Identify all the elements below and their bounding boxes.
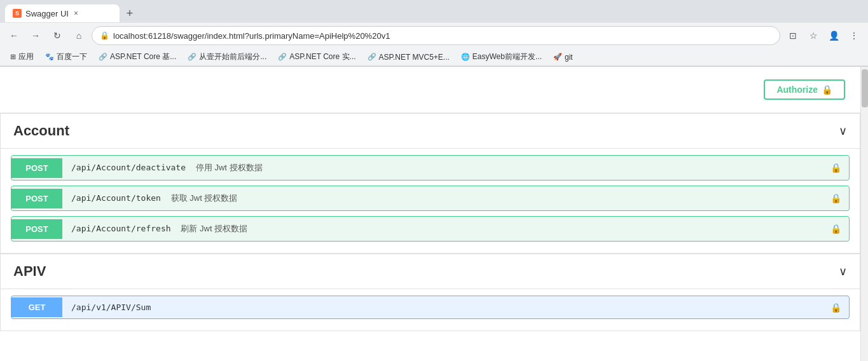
swagger-content: Authorize 🔒 Account ∨ POST /api/Account/…	[0, 67, 860, 331]
api-desc-account-0: 停用 Jwt 授权数据	[196, 163, 263, 172]
bookmark-label-6: EasyWeb前端开发...	[472, 51, 542, 62]
address-lock-icon: 🔒	[100, 31, 109, 40]
bookmark-icon-0: ⊞	[10, 53, 16, 61]
bookmark-label-3: 从壹开始前后端分...	[199, 51, 266, 62]
api-row-account-1[interactable]: POST /api/Account/token 获取 Jwt 授权数据 🔒	[11, 186, 850, 211]
cast-icon[interactable]: ⊡	[784, 27, 802, 44]
api-row-account-0[interactable]: POST /api/Account/deactivate 停用 Jwt 授权数据…	[11, 155, 850, 180]
section-apiv: APIV ∨ GET /api/v1/APIV/Sum 🔒	[0, 254, 860, 331]
bookmark-icon-6: 🌐	[461, 53, 470, 61]
section-chevron-apiv: ∨	[839, 264, 847, 278]
bookmark-icon[interactable]: ☆	[804, 27, 822, 44]
api-path-account-0: /api/Account/deactivate 停用 Jwt 授权数据	[62, 156, 830, 180]
authorize-label: Authorize	[776, 85, 818, 95]
main-content: Authorize 🔒 Account ∨ POST /api/Account/…	[0, 67, 860, 361]
api-lock-account-1: 🔒	[830, 193, 841, 203]
tab-close-button[interactable]: ×	[74, 9, 78, 18]
section-chevron-account: ∨	[839, 124, 847, 138]
bookmark-icon-7: 🚀	[553, 53, 562, 61]
api-desc-account-1: 获取 Jwt 授权数据	[171, 193, 238, 203]
browser-chrome: S Swagger UI × + ← → ↻ ⌂ 🔒 localhost:612…	[0, 0, 868, 67]
api-lock-apiv-0: 🔒	[830, 303, 841, 313]
bookmark-item-2[interactable]: 🔗ASP.NET Core 基...	[93, 50, 181, 64]
back-button[interactable]: ←	[5, 27, 23, 44]
refresh-button[interactable]: ↻	[48, 27, 66, 44]
bookmark-label-7: git	[565, 53, 573, 62]
api-path-apiv-0: /api/v1/APIV/Sum	[62, 296, 830, 318]
tab-title: Swagger UI	[25, 9, 69, 18]
bookmark-icon-1: 🐾	[45, 53, 54, 61]
menu-icon[interactable]: ⋮	[845, 27, 863, 44]
bookmark-label-4: ASP.NET Core 实...	[289, 51, 355, 62]
api-path-account-1: /api/Account/token 获取 Jwt 授权数据	[62, 186, 830, 210]
bookmark-label-0: 应用	[18, 51, 34, 62]
section-body-account: POST /api/Account/deactivate 停用 Jwt 授权数据…	[1, 149, 860, 253]
bookmark-label-2: ASP.NET Core 基...	[110, 51, 176, 62]
authorize-button[interactable]: Authorize 🔒	[764, 79, 845, 100]
api-row-apiv-0[interactable]: GET /api/v1/APIV/Sum 🔒	[11, 296, 850, 319]
bookmark-icon-4: 🔗	[278, 53, 287, 61]
toolbar-icons: ⊡ ☆ 👤 ⋮	[784, 27, 863, 44]
address-bar-row: ← → ↻ ⌂ 🔒 localhost:61218/swagger/index.…	[0, 23, 868, 48]
tab-bar: S Swagger UI × +	[0, 0, 868, 23]
swagger-header: Authorize 🔒	[0, 67, 860, 113]
bookmark-label-1: 百度一下	[57, 51, 87, 62]
profile-icon[interactable]: 👤	[825, 27, 843, 44]
address-text: localhost:61218/swagger/index.html?urls.…	[113, 31, 772, 41]
bookmark-item-6[interactable]: 🌐EasyWeb前端开发...	[456, 50, 547, 64]
section-header-apiv[interactable]: APIV ∨	[1, 254, 860, 289]
forward-button[interactable]: →	[27, 27, 45, 44]
page-wrapper: Authorize 🔒 Account ∨ POST /api/Account/…	[0, 67, 868, 361]
section-account: Account ∨ POST /api/Account/deactivate 停…	[0, 113, 860, 254]
method-badge-account-1: POST	[11, 189, 62, 208]
method-badge-account-0: POST	[11, 158, 62, 178]
scrollbar-thumb[interactable]	[862, 69, 868, 107]
bookmark-item-0[interactable]: ⊞应用	[5, 50, 39, 64]
sections-container: Account ∨ POST /api/Account/deactivate 停…	[0, 113, 860, 331]
bookmark-icon-3: 🔗	[188, 53, 196, 61]
section-title-account: Account	[13, 123, 69, 139]
bookmark-item-4[interactable]: 🔗ASP.NET Core 实...	[273, 50, 361, 64]
api-row-account-2[interactable]: POST /api/Account/refresh 刷新 Jwt 授权数据 🔒	[11, 216, 850, 242]
method-badge-apiv-0: GET	[11, 297, 62, 317]
bookmark-item-3[interactable]: 🔗从壹开始前后端分...	[183, 50, 272, 64]
bookmark-icon-2: 🔗	[99, 53, 107, 61]
home-button[interactable]: ⌂	[70, 27, 88, 44]
api-path-account-2: /api/Account/refresh 刷新 Jwt 授权数据	[62, 217, 830, 241]
active-tab[interactable]: S Swagger UI ×	[5, 4, 120, 22]
bookmark-label-5: ASP.NET MVC5+E...	[379, 53, 450, 62]
api-lock-account-0: 🔒	[830, 163, 841, 173]
section-title-apiv: APIV	[13, 263, 46, 280]
section-body-apiv: GET /api/v1/APIV/Sum 🔒	[1, 289, 860, 330]
scrollbar-track[interactable]	[860, 67, 868, 361]
bookmark-item-7[interactable]: 🚀git	[548, 51, 578, 63]
address-field[interactable]: 🔒 localhost:61218/swagger/index.html?url…	[92, 26, 780, 45]
authorize-lock-icon: 🔒	[822, 85, 832, 95]
bookmark-item-5[interactable]: 🔗ASP.NET MVC5+E...	[362, 51, 455, 63]
new-tab-button[interactable]: +	[122, 6, 137, 21]
method-badge-account-2: POST	[11, 219, 62, 239]
tab-favicon: S	[13, 9, 22, 18]
bookmark-item-1[interactable]: 🐾百度一下	[40, 50, 92, 64]
section-header-account[interactable]: Account ∨	[1, 114, 860, 149]
bookmarks-bar: ⊞应用🐾百度一下🔗ASP.NET Core 基...🔗从壹开始前后端分...🔗A…	[0, 48, 868, 66]
bookmark-icon-5: 🔗	[368, 53, 376, 61]
api-desc-account-2: 刷新 Jwt 授权数据	[181, 224, 247, 233]
api-lock-account-2: 🔒	[830, 224, 841, 234]
